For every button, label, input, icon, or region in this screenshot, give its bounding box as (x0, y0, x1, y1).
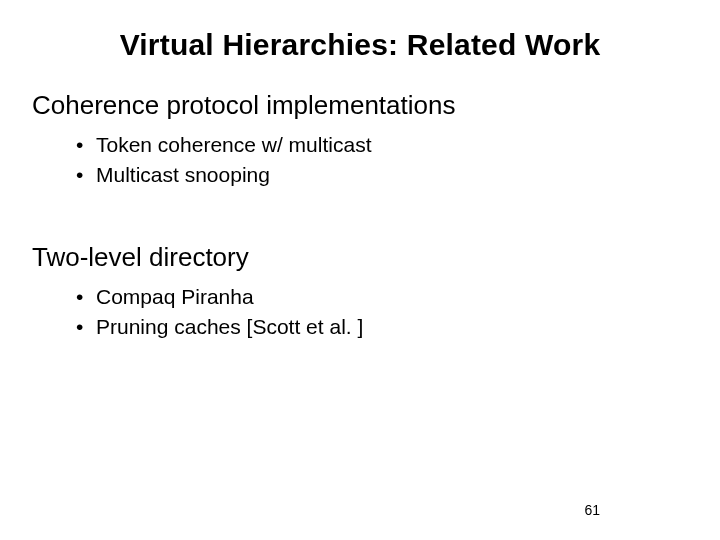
list-item: Compaq Piranha (76, 283, 688, 311)
bullet-list-1: Token coherence w/ multicast Multicast s… (76, 131, 688, 190)
section-heading-2: Two-level directory (32, 242, 688, 273)
slide: Virtual Hierarchies: Related Work Cohere… (0, 0, 720, 540)
list-item: Token coherence w/ multicast (76, 131, 688, 159)
list-item: Pruning caches [Scott et al. ] (76, 313, 688, 341)
list-item: Multicast snooping (76, 161, 688, 189)
bullet-list-2: Compaq Piranha Pruning caches [Scott et … (76, 283, 688, 342)
slide-title: Virtual Hierarchies: Related Work (32, 28, 688, 62)
page-number: 61 (584, 502, 600, 518)
section-heading-1: Coherence protocol implementations (32, 90, 688, 121)
